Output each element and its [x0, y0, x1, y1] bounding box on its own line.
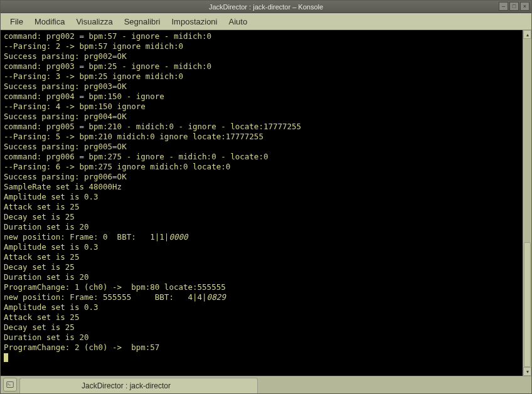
titlebar[interactable]: JackDirector : jack-director – Konsole –…	[1, 1, 531, 13]
terminal-cursor-line	[4, 353, 519, 363]
chevron-down-icon: ▾	[526, 369, 529, 375]
terminal-line: Success parsing: prg005=OK	[4, 142, 519, 152]
menu-edit[interactable]: Modifica	[29, 14, 70, 29]
terminal-line: command: prg005 = bpm:210 - midich:0 - i…	[4, 122, 519, 132]
menu-view[interactable]: Visualizza	[70, 14, 118, 29]
terminal-line: --Parsing: 3 -> bpm:25 ignore midich:0	[4, 72, 519, 82]
terminal-cursor	[4, 353, 8, 362]
terminal-line: ProgramChange: 2 (ch0) -> bpm:57	[4, 343, 519, 353]
terminal-output[interactable]: command: prg002 = bpm:57 - ignore - midi…	[1, 30, 523, 376]
scroll-up-button[interactable]: ▴	[523, 30, 531, 39]
terminal-line: --Parsing: 2 -> bpm:57 ignore midich:0	[4, 41, 519, 51]
terminal-line: Duration set is 20	[4, 272, 519, 282]
menu-file[interactable]: File	[4, 14, 29, 29]
terminal-line: Success parsing: prg003=OK	[4, 82, 519, 92]
menu-bookmarks[interactable]: Segnalibri	[119, 14, 166, 29]
terminal-line: Duration set is 20	[4, 222, 519, 232]
terminal-line: Success parsing: prg002=OK	[4, 51, 519, 61]
terminal-line: Attack set is 25	[4, 202, 519, 212]
menu-settings[interactable]: Impostazioni	[166, 14, 223, 29]
terminal-line: command: prg004 = bpm:150 - ignore	[4, 92, 519, 102]
svg-rect-0	[7, 382, 14, 388]
scroll-thumb[interactable]	[524, 242, 531, 367]
terminal-line: Amplitude set is 0.3	[4, 192, 519, 202]
terminal-line: Duration set is 20	[4, 333, 519, 343]
terminal-line: command: prg006 = bpm:275 - ignore - mid…	[4, 152, 519, 162]
terminal-line: Success parsing: prg004=OK	[4, 112, 519, 122]
scroll-track[interactable]	[523, 39, 531, 367]
terminal-line: SampleRate set is 48000Hz	[4, 182, 519, 192]
window-controls: – □ ×	[499, 2, 529, 11]
terminal-area: command: prg002 = bpm:57 - ignore - midi…	[1, 30, 531, 376]
close-icon: ×	[523, 3, 526, 9]
maximize-button[interactable]: □	[509, 2, 519, 11]
terminal-line: Amplitude set is 0.3	[4, 242, 519, 252]
terminal-line: Decay set is 25	[4, 212, 519, 222]
window-title: JackDirector : jack-director – Konsole	[209, 3, 323, 11]
terminal-line: Decay set is 25	[4, 262, 519, 272]
menu-help[interactable]: Aiuto	[223, 14, 253, 29]
close-button[interactable]: ×	[520, 2, 529, 11]
terminal-line: --Parsing: 5 -> bpm:210 midich:0 ignore …	[4, 132, 519, 142]
terminal-line: command: prg003 = bpm:25 - ignore - midi…	[4, 61, 519, 72]
chevron-up-icon: ▴	[526, 32, 529, 38]
terminal-line: --Parsing: 4 -> bpm:150 ignore	[4, 102, 519, 112]
terminal-line: new position: Frame: 0 BBT: 1|1|0000	[4, 232, 519, 242]
tab-active[interactable]: JackDirector : jack-director	[19, 378, 258, 393]
tabbar: JackDirector : jack-director	[1, 376, 531, 393]
new-tab-button[interactable]	[3, 378, 17, 391]
terminal-line: Attack set is 25	[4, 252, 519, 262]
tab-label: JackDirector : jack-director	[82, 381, 171, 390]
terminal-line: Decay set is 25	[4, 322, 519, 333]
terminal-line: Success parsing: prg006=OK	[4, 172, 519, 182]
menubar: File Modifica Visualizza Segnalibri Impo…	[1, 13, 531, 30]
minimize-icon: –	[502, 3, 505, 9]
terminal-line: Attack set is 25	[4, 312, 519, 322]
terminal-line: --Parsing: 6 -> bpm:275 ignore midich:0 …	[4, 162, 519, 172]
scroll-down-button[interactable]: ▾	[523, 367, 531, 376]
terminal-line: ProgramChange: 1 (ch0) -> bpm:80 locate:…	[4, 282, 519, 292]
terminal-line: Amplitude set is 0.3	[4, 302, 519, 312]
minimize-button[interactable]: –	[499, 2, 508, 11]
app-window: JackDirector : jack-director – Konsole –…	[0, 0, 532, 394]
maximize-icon: □	[513, 3, 516, 9]
terminal-icon	[6, 381, 14, 388]
terminal-line: new position: Frame: 555555 BBT: 4|4|082…	[4, 292, 519, 302]
terminal-line: command: prg002 = bpm:57 - ignore - midi…	[4, 31, 519, 41]
scrollbar: ▴ ▾	[523, 30, 531, 376]
